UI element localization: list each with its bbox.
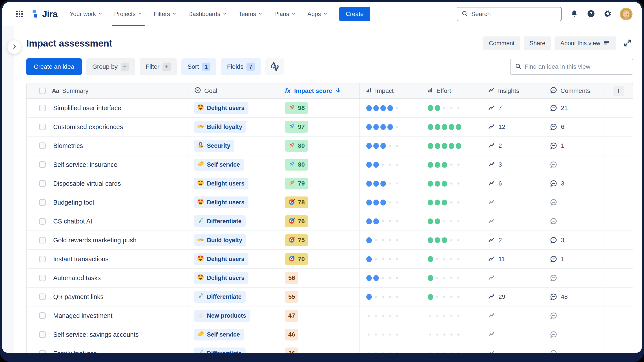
impact-score-badge[interactable]: 78 xyxy=(285,196,308,208)
create-button[interactable]: Create xyxy=(339,7,370,21)
effort-rating[interactable] xyxy=(427,105,462,112)
nav-item-plans[interactable]: Plans xyxy=(268,2,302,26)
comments-indicator[interactable] xyxy=(550,161,561,168)
idea-summary[interactable]: Automated tasks xyxy=(53,274,101,282)
idea-summary[interactable]: Customised experiences xyxy=(53,123,123,131)
row-checkbox[interactable] xyxy=(39,294,46,300)
row-checkbox[interactable] xyxy=(39,124,46,130)
impact-score-badge[interactable]: 76 xyxy=(285,215,308,227)
app-switcher-icon[interactable] xyxy=(14,9,24,19)
comments-indicator[interactable]: 21 xyxy=(550,104,568,112)
effort-rating[interactable] xyxy=(427,237,462,244)
goal-chip[interactable]: Differentiate xyxy=(194,348,246,353)
fields-button[interactable]: Fields7 xyxy=(221,58,261,75)
nav-item-filters[interactable]: Filters xyxy=(148,2,183,26)
idea-summary[interactable]: Self service: insurance xyxy=(53,161,118,168)
settings-gear-icon[interactable] xyxy=(603,9,612,19)
comments-indicator[interactable]: 3 xyxy=(550,236,564,244)
fullscreen-expand-icon[interactable] xyxy=(622,37,633,49)
row-checkbox[interactable] xyxy=(39,350,46,353)
goal-chip[interactable]: ♥♥Delight users xyxy=(194,178,248,189)
column-header-insights[interactable]: Insights xyxy=(482,83,544,98)
impact-score-badge[interactable]: 80 xyxy=(285,140,308,152)
idea-summary[interactable]: Instant transactions xyxy=(53,256,108,263)
impact-score-badge[interactable]: 70 xyxy=(285,253,308,265)
insights-indicator[interactable]: 11 xyxy=(488,256,505,263)
impact-score-badge[interactable]: 36 xyxy=(285,348,298,353)
row-checkbox[interactable] xyxy=(39,199,46,206)
goal-chip[interactable]: ♥♥Delight users xyxy=(194,196,248,208)
impact-score-badge[interactable]: 47 xyxy=(285,310,298,322)
goal-chip[interactable]: Build loyalty xyxy=(194,234,246,246)
idea-summary[interactable]: Budgeting tool xyxy=(53,199,94,206)
impact-rating[interactable] xyxy=(366,331,400,338)
idea-summary[interactable]: Biometrics xyxy=(53,142,83,150)
idea-summary[interactable]: Gold rewards marketing push xyxy=(53,237,136,244)
impact-rating[interactable] xyxy=(366,161,400,168)
impact-rating[interactable] xyxy=(366,218,400,225)
comments-indicator[interactable]: 1 xyxy=(550,255,564,263)
insights-indicator[interactable] xyxy=(488,274,498,281)
row-checkbox[interactable] xyxy=(39,218,46,225)
about-this-view-button[interactable]: About this view xyxy=(554,36,616,50)
nav-item-projects[interactable]: Projects xyxy=(108,2,148,26)
share-button[interactable]: Share xyxy=(524,36,551,50)
comments-indicator[interactable]: 6 xyxy=(550,123,564,131)
translate-button[interactable]: A xyxy=(266,58,284,75)
comments-indicator[interactable]: 3 xyxy=(550,180,564,187)
column-header-comments[interactable]: Comments xyxy=(544,83,604,98)
goal-chip[interactable]: Self service xyxy=(194,159,244,171)
idea-summary[interactable]: Disposable virtual cards xyxy=(53,180,121,187)
insights-indicator[interactable] xyxy=(488,199,498,206)
sidebar-expand-button[interactable] xyxy=(7,40,21,54)
goal-chip[interactable]: ♥♥Delight users xyxy=(194,272,248,284)
goal-chip[interactable]: Self service xyxy=(194,329,244,341)
goal-chip[interactable]: ♥♥Delight users xyxy=(194,253,248,265)
impact-score-badge[interactable]: 56 xyxy=(285,272,298,284)
impact-rating[interactable] xyxy=(366,256,400,263)
goal-chip[interactable]: Build loyalty xyxy=(194,121,246,133)
effort-rating[interactable] xyxy=(427,331,462,338)
create-an-idea-button[interactable]: Create an idea xyxy=(26,58,82,75)
goal-chip[interactable]: Differentiate xyxy=(194,291,246,303)
insights-indicator[interactable] xyxy=(488,331,498,338)
impact-score-badge[interactable]: 98 xyxy=(285,102,308,114)
sort-button[interactable]: Sort1 xyxy=(182,58,216,75)
row-checkbox[interactable] xyxy=(39,331,46,338)
effort-rating[interactable] xyxy=(427,180,462,187)
idea-summary[interactable]: Family features xyxy=(53,350,97,353)
comments-indicator[interactable] xyxy=(550,274,561,282)
insights-indicator[interactable]: 7 xyxy=(488,105,502,112)
find-idea-input[interactable] xyxy=(524,63,628,70)
insights-indicator[interactable]: 2 xyxy=(488,142,502,149)
insights-indicator[interactable]: 3 xyxy=(488,161,502,168)
effort-rating[interactable] xyxy=(427,199,462,206)
nav-item-apps[interactable]: Apps xyxy=(302,2,334,26)
effort-rating[interactable] xyxy=(427,142,462,149)
impact-score-badge[interactable]: 46 xyxy=(285,329,298,341)
impact-rating[interactable] xyxy=(366,350,400,353)
jira-logo[interactable]: Jira xyxy=(30,8,58,19)
insights-indicator[interactable] xyxy=(488,218,498,225)
global-search[interactable] xyxy=(457,7,562,21)
nav-item-dashboards[interactable]: Dashboards xyxy=(182,2,233,26)
row-checkbox[interactable] xyxy=(39,105,46,111)
goal-chip[interactable]: New products xyxy=(194,310,250,322)
row-checkbox[interactable] xyxy=(39,143,46,149)
comments-indicator[interactable]: 1 xyxy=(550,142,564,150)
insights-indicator[interactable]: 12 xyxy=(488,123,505,130)
effort-rating[interactable] xyxy=(427,274,462,281)
idea-summary[interactable]: QR payment links xyxy=(53,293,104,301)
effort-rating[interactable] xyxy=(427,350,462,353)
impact-rating[interactable] xyxy=(366,293,400,300)
global-search-input[interactable] xyxy=(471,10,557,17)
impact-score-badge[interactable]: 55 xyxy=(285,291,298,303)
impact-rating[interactable] xyxy=(366,123,400,130)
impact-score-badge[interactable]: 97 xyxy=(285,121,308,133)
comments-indicator[interactable]: 48 xyxy=(550,293,568,301)
row-checkbox[interactable] xyxy=(39,237,46,243)
idea-summary[interactable]: CS chatbot AI xyxy=(53,218,92,225)
help-icon[interactable]: ? xyxy=(586,9,596,19)
comments-indicator[interactable] xyxy=(550,331,561,338)
add-column-button[interactable]: + xyxy=(614,86,624,96)
